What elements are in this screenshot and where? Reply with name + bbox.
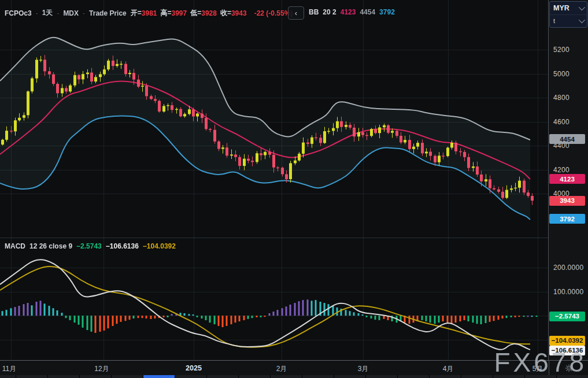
currency-value: MYR [553,4,569,12]
strip-segment[interactable] [175,375,206,378]
strip-segment[interactable] [239,375,270,378]
ohlc-label: 高= [160,8,171,18]
bb-upper-value: 4454 [360,8,375,16]
price-chart-canvas[interactable] [0,0,548,360]
ohlc-value: 3997 [172,9,187,17]
strip-segment[interactable] [302,375,334,378]
bb-legend: BB 20 2 4123 4454 3792 [309,8,395,16]
time-axis-label: 4月 [434,364,463,374]
currency-selector[interactable]: MYR [550,2,587,14]
strip-segment[interactable] [48,375,79,378]
legend-separator: · [83,9,85,17]
chevron-left-icon: ‹ [295,9,297,17]
collapse-button[interactable]: ‹ [288,6,304,20]
watermark: FX678 [494,349,587,376]
strip-segment[interactable] [334,375,365,378]
app-window: FCPOc3 · 1天 · MDX · Trade Price 开=3981高=… [0,0,588,378]
strip-segment[interactable] [461,375,493,378]
ohlc-value: 3943 [231,9,247,17]
macd-signal-value: −104.0392 [143,242,176,250]
axis-tick-label: 100.0000 [553,288,583,296]
axis-price-badge: 3943 [549,196,585,206]
axis-tick-label: 4200 [553,166,569,174]
time-axis-label: 12月 [87,364,116,374]
time-axis-label: 2025 [179,364,208,372]
bb-basis-value: 4123 [341,8,356,16]
strip-segment[interactable] [366,375,397,378]
chevron-down-icon [579,17,585,23]
axis-price-badge: 4454 [549,134,585,144]
legend-separator: · [36,9,38,17]
series-type-label: Trade Price [89,9,127,17]
axis-tick-label: 4600 [553,118,569,126]
unit-value: t [553,17,555,24]
axis-tick-label: 5000 [553,70,569,78]
strip-segment[interactable] [398,375,429,378]
macd-line-value: −106.6136 [106,242,139,250]
interval-label: 1天 [42,8,53,18]
ohlc-label: 低= [190,8,201,18]
change-value: -22 (-0.55%) [254,9,293,17]
strip-segment[interactable] [271,375,302,378]
strip-segment[interactable] [80,375,111,378]
macd-params: 12 26 close 9 [29,242,72,250]
strip-segment[interactable] [0,375,16,378]
strip-segment-active[interactable] [143,375,175,378]
axis-price-badge: 3792 [549,214,585,224]
axis-tick-label: 5200 [553,46,569,54]
symbol-name: FCPOc3 [5,9,32,17]
time-axis-label: 11月 [0,364,24,374]
currency-unit-selector: MYR t [549,1,587,28]
axis-tick-label: 200.0000 [553,264,583,272]
axis-price-badge: −104.0392 [549,336,585,346]
ohlc-value: 3928 [201,9,217,17]
price-axis[interactable]: 5200500048004600440042004000200.0000100.… [548,0,588,360]
time-axis-label: 2月 [267,364,296,374]
macd-histogram-value: −2.5743 [76,242,102,250]
macd-name: MACD [5,242,25,250]
symbol-legend: FCPOc3 · 1天 · MDX · Trade Price 开=3981高=… [5,8,293,18]
unit-selector[interactable]: t [550,14,587,28]
time-axis-label: 3月 [349,364,378,374]
bb-params: 20 2 [323,8,336,16]
axis-price-badge: −2.5743 [549,312,585,321]
bb-name: BB [309,8,319,16]
strip-segment[interactable] [16,375,47,378]
strip-segment[interactable] [430,375,461,378]
chevron-down-icon [579,4,585,10]
strip-segment[interactable] [112,375,143,378]
bb-lower-value: 3792 [379,8,395,16]
ohlc-value: 3981 [142,9,157,17]
axis-price-badge: 4123 [549,174,585,184]
strip-segment[interactable] [207,375,238,378]
exchange-label: MDX [63,9,79,17]
ohlc-label: 开= [131,8,142,18]
macd-legend: MACD 12 26 close 9 −2.5743 −106.6136 −10… [5,242,176,250]
axis-tick-label: 4800 [553,94,569,102]
legend-separator: · [57,9,59,17]
ohlc-values: 开=3981高=3997低=3928收=3943 [131,8,250,18]
ohlc-label: 收= [220,8,231,18]
